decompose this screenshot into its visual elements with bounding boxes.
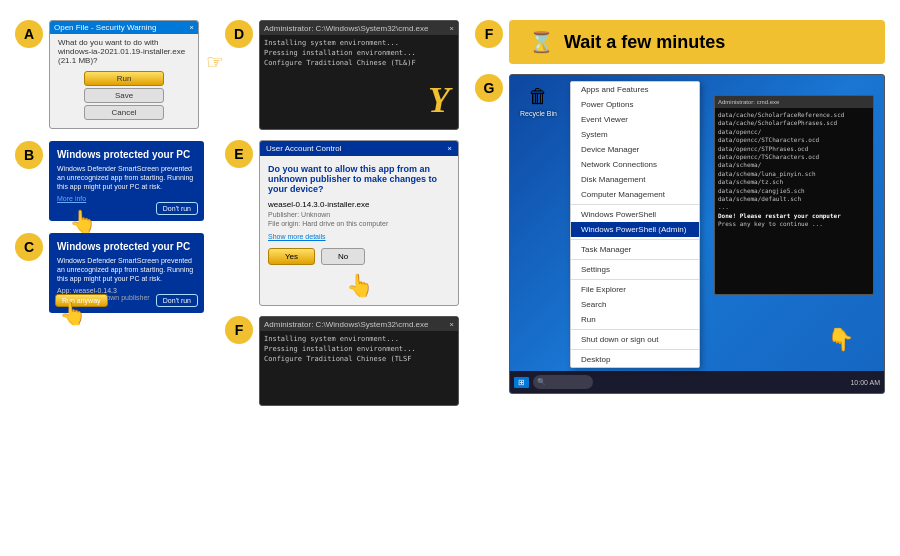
step-g-label: G bbox=[475, 74, 503, 102]
mid-column: D Administrator: C:\Windows\System32\cmd… bbox=[225, 20, 465, 536]
taskbar-search[interactable]: 🔍 bbox=[533, 375, 593, 389]
step-c: C Windows protected your PC Windows Defe… bbox=[15, 233, 215, 313]
terminal-d-line1: Installing system environment... bbox=[264, 39, 454, 49]
wp-c-text: Windows Defender SmartScreen prevented a… bbox=[57, 256, 196, 283]
step-f-banner-row: F ⌛ Wait a few minutes bbox=[475, 20, 885, 64]
step-g-desktop[interactable]: 🗑 Recycle Bin Administrator: cmd.exe dat… bbox=[509, 74, 885, 394]
terminal-f-close[interactable]: × bbox=[449, 320, 454, 329]
hand-cursor-e-wrapper: 👆 bbox=[260, 273, 458, 305]
hand-cursor-g-icon: 👇 bbox=[827, 327, 854, 353]
desktop-background: 🗑 Recycle Bin Administrator: cmd.exe dat… bbox=[510, 75, 884, 393]
left-column: A Open File - Security Warning × What do… bbox=[15, 20, 215, 536]
wp-c-title: Windows protected your PC bbox=[57, 241, 196, 252]
desktop-terminal: Administrator: cmd.exe data/cache/Schola… bbox=[714, 95, 874, 295]
desktop-terminal-titlebar: Administrator: cmd.exe bbox=[715, 96, 873, 108]
menu-desktop[interactable]: Desktop bbox=[571, 352, 699, 367]
start-button[interactable]: ⊞ bbox=[514, 377, 529, 388]
menu-file-explorer[interactable]: File Explorer bbox=[571, 282, 699, 297]
uac-publisher: Publisher: Unknown bbox=[268, 211, 450, 218]
menu-separator-3 bbox=[571, 259, 699, 260]
step-c-label: C bbox=[15, 233, 43, 261]
uac-body: Do you want to allow this app from an un… bbox=[260, 156, 458, 273]
terminal-d-title: Administrator: C:\Windows\System32\cmd.e… bbox=[264, 24, 429, 33]
terminal-d-body: Installing system environment... Pressin… bbox=[260, 35, 458, 72]
step-a-dialog: Open File - Security Warning × What do y… bbox=[49, 20, 199, 129]
menu-apps-features[interactable]: Apps and Features bbox=[571, 82, 699, 97]
terminal-f-line3: Configure Traditional Chinese (TLSF bbox=[264, 355, 454, 365]
arrow-cursor-icon: ☞ bbox=[206, 50, 224, 124]
step-d-terminal: Administrator: C:\Windows\System32\cmd.e… bbox=[259, 20, 459, 130]
wp-c-dont-run[interactable]: Don't run bbox=[156, 294, 198, 307]
uac-title-text: User Account Control bbox=[266, 144, 342, 153]
desktop-terminal-title: Administrator: cmd.exe bbox=[718, 99, 779, 105]
terminal-f-titlebar: Administrator: C:\Windows\System32\cmd.e… bbox=[260, 317, 458, 331]
dialog-save-button[interactable]: Save bbox=[84, 88, 164, 103]
uac-buttons: Yes No bbox=[268, 248, 450, 265]
uac-yes-button[interactable]: Yes bbox=[268, 248, 315, 265]
dialog-run-button[interactable]: Run bbox=[84, 71, 164, 86]
menu-separator-6 bbox=[571, 349, 699, 350]
dialog-close-icon[interactable]: × bbox=[189, 23, 194, 32]
menu-powershell[interactable]: Windows PowerShell bbox=[571, 207, 699, 222]
step-b: B Windows protected your PC Windows Defe… bbox=[15, 141, 215, 221]
wp-b-text: Windows Defender SmartScreen prevented a… bbox=[57, 164, 196, 191]
uac-origin: File origin: Hard drive on this computer bbox=[268, 220, 450, 227]
taskbar-clock: 10:00 AM bbox=[850, 379, 880, 386]
main-container: A Open File - Security Warning × What do… bbox=[0, 0, 900, 556]
menu-run[interactable]: Run bbox=[571, 312, 699, 327]
menu-system[interactable]: System bbox=[571, 127, 699, 142]
menu-separator-4 bbox=[571, 279, 699, 280]
menu-shut-down[interactable]: Shut down or sign out bbox=[571, 332, 699, 347]
step-a-label: A bbox=[15, 20, 43, 48]
step-f-banner-label: F bbox=[475, 20, 503, 48]
hourglass-icon: ⌛ bbox=[529, 30, 554, 54]
menu-disk-management[interactable]: Disk Management bbox=[571, 172, 699, 187]
recycle-bin-icon: 🗑 bbox=[528, 85, 548, 108]
terminal-d-line2: Pressing installation environment... bbox=[264, 49, 454, 59]
menu-powershell-admin[interactable]: Windows PowerShell (Admin) bbox=[571, 222, 699, 237]
step-e-uac: User Account Control × Do you want to al… bbox=[259, 140, 459, 306]
recycle-bin[interactable]: 🗑 Recycle Bin bbox=[520, 85, 557, 117]
menu-computer-management[interactable]: Computer Management bbox=[571, 187, 699, 202]
menu-separator-2 bbox=[571, 239, 699, 240]
step-b-label: B bbox=[15, 141, 43, 169]
context-menu[interactable]: Apps and Features Power Options Event Vi… bbox=[570, 81, 700, 368]
menu-event-viewer[interactable]: Event Viewer bbox=[571, 112, 699, 127]
wp-b-dont-run[interactable]: Don't run bbox=[156, 202, 198, 215]
step-g: G 🗑 Recycle Bin Administrator: cmd.exe bbox=[475, 74, 885, 536]
terminal-d-titlebar: Administrator: C:\Windows\System32\cmd.e… bbox=[260, 21, 458, 35]
terminal-f-line1: Installing system environment... bbox=[264, 335, 454, 345]
step-e-label: E bbox=[225, 140, 253, 168]
step-d-label: D bbox=[225, 20, 253, 48]
uac-no-button[interactable]: No bbox=[321, 248, 365, 265]
dialog-cancel-button[interactable]: Cancel bbox=[84, 105, 164, 120]
terminal-d-line3: Configure Traditional Chinese (TL&)F bbox=[264, 59, 454, 69]
wp-b-title: Windows protected your PC bbox=[57, 149, 196, 160]
menu-network-connections[interactable]: Network Connections bbox=[571, 157, 699, 172]
terminal-press-any-key: Press any key to continue ... bbox=[718, 220, 870, 228]
step-e: E User Account Control × Do you want to … bbox=[225, 140, 465, 306]
menu-task-manager[interactable]: Task Manager bbox=[571, 242, 699, 257]
hand-cursor-e-icon: 👆 bbox=[346, 273, 373, 298]
menu-settings[interactable]: Settings bbox=[571, 262, 699, 277]
step-a: A Open File - Security Warning × What do… bbox=[15, 20, 215, 129]
step-f-mid-label: F bbox=[225, 316, 253, 344]
uac-close-icon[interactable]: × bbox=[447, 144, 452, 153]
step-f-terminal: Administrator: C:\Windows\System32\cmd.e… bbox=[259, 316, 459, 406]
uac-app-name: weasel-0.14.3.0-installer.exe bbox=[268, 200, 450, 209]
wait-banner: ⌛ Wait a few minutes bbox=[509, 20, 885, 64]
desktop-taskbar[interactable]: ⊞ 🔍 10:00 AM bbox=[510, 371, 884, 393]
uac-main-text: Do you want to allow this app from an un… bbox=[268, 164, 450, 194]
dialog-titlebar: Open File - Security Warning × bbox=[50, 21, 198, 34]
terminal-d-close[interactable]: × bbox=[449, 24, 454, 33]
menu-power-options[interactable]: Power Options bbox=[571, 97, 699, 112]
hand-cursor-b-icon: 👆 bbox=[69, 209, 96, 235]
step-d: D Administrator: C:\Windows\System32\cmd… bbox=[225, 20, 465, 130]
terminal-f-line2: Pressing installation environment... bbox=[264, 345, 454, 355]
uac-show-more[interactable]: Show more details bbox=[268, 233, 450, 240]
terminal-f-body: Installing system environment... Pressin… bbox=[260, 331, 458, 368]
menu-search[interactable]: Search bbox=[571, 297, 699, 312]
menu-separator-5 bbox=[571, 329, 699, 330]
menu-device-manager[interactable]: Device Manager bbox=[571, 142, 699, 157]
terminal-f-title: Administrator: C:\Windows\System32\cmd.e… bbox=[264, 320, 429, 329]
